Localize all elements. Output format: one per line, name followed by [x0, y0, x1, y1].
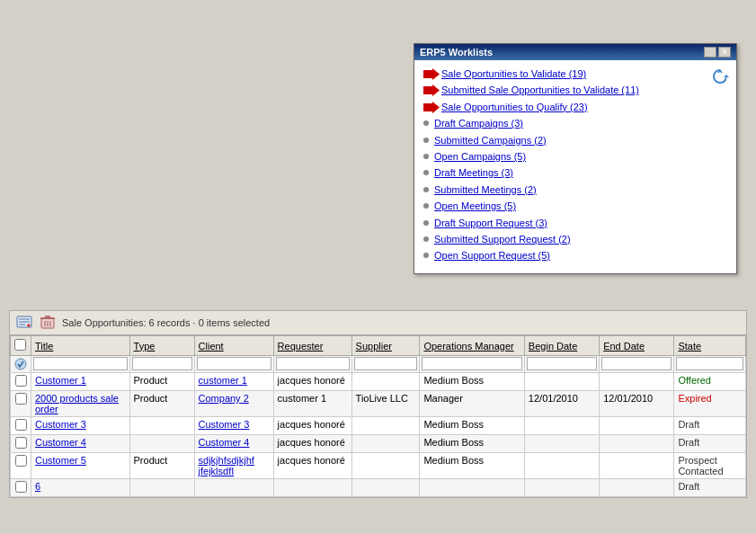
dot-bullet	[423, 203, 429, 209]
col-header-ops[interactable]: Operations Manager	[420, 336, 524, 356]
filter-ops-cell[interactable]	[420, 356, 524, 373]
worklist-link-item-10[interactable]: Draft Support Request (3)	[434, 217, 547, 230]
row-end-cell: 12/01/2010	[600, 391, 674, 417]
row-ops-cell: Manager	[420, 391, 524, 417]
col-header-supplier[interactable]: Supplier	[351, 336, 420, 356]
filter-type-input[interactable]	[132, 357, 192, 370]
row-client-link[interactable]: Customer 3	[199, 419, 250, 430]
row-client-link[interactable]: sdjkjhfsdjkjhf jfejklsdfI	[199, 455, 254, 476]
row-client-cell: Company 2	[194, 391, 273, 417]
row-state-cell: Draft	[674, 479, 746, 497]
worklist-link-item-6[interactable]: Open Campaigns (5)	[434, 150, 526, 164]
row-state-cell: Prospect Contacted	[674, 453, 746, 479]
row-title-link[interactable]: Customer 4	[35, 437, 86, 448]
sale-opportunities-table: Title Type Client Requester Supplier Ope…	[10, 335, 746, 497]
row-type-cell: Product	[129, 391, 194, 417]
filter-requester-input[interactable]	[276, 357, 350, 370]
filter-supplier-input[interactable]	[354, 357, 418, 370]
worklist-item-6: Open Campaigns (5)	[423, 150, 727, 164]
filter-begin-input[interactable]	[527, 357, 597, 370]
row-title-link[interactable]: Customer 5	[35, 455, 86, 466]
svg-marker-1	[423, 68, 440, 80]
row-title-link[interactable]: Customer 1	[35, 375, 86, 386]
worklist-link-item-8[interactable]: Submitted Meetings (2)	[434, 183, 537, 197]
filter-begin-cell[interactable]	[524, 356, 599, 373]
row-client-cell: Customer 3	[194, 417, 273, 435]
row-end-cell	[600, 435, 674, 453]
row-client-link[interactable]: Customer 4	[199, 437, 250, 448]
filter-requester-cell[interactable]	[273, 356, 351, 373]
col-header-client[interactable]: Client	[194, 336, 273, 356]
row-type-cell: Product	[129, 453, 194, 479]
row-supplier-cell	[351, 373, 420, 391]
worklist-item-8: Submitted Meetings (2)	[423, 183, 727, 197]
worklist-link-item-12[interactable]: Open Support Request (5)	[434, 249, 550, 263]
worklist-link-item-2[interactable]: Submitted Sale Opportunities to Validate…	[441, 84, 639, 97]
col-header-title[interactable]: Title	[31, 336, 130, 356]
select-all-checkbox[interactable]	[14, 339, 26, 351]
delete-icon[interactable]	[39, 315, 57, 331]
filter-client-cell[interactable]	[194, 356, 273, 373]
row-type-cell	[129, 479, 194, 497]
filter-type-cell[interactable]	[129, 356, 194, 373]
worklist-link-item-7[interactable]: Draft Meetings (3)	[434, 166, 513, 180]
row-checkbox[interactable]	[15, 393, 27, 405]
col-header-type[interactable]: Type	[129, 336, 194, 356]
col-header-end[interactable]: End Date	[600, 336, 674, 356]
row-title-cell: Customer 1	[31, 373, 130, 391]
row-requester-cell: jacques honoré	[273, 417, 351, 435]
col-header-begin[interactable]: Begin Date	[524, 336, 599, 356]
filter-ops-input[interactable]	[422, 357, 521, 370]
filter-supplier-cell[interactable]	[351, 356, 420, 373]
row-client-link[interactable]: Company 2	[199, 393, 249, 404]
row-ops-cell	[420, 479, 524, 497]
filter-title-input[interactable]	[33, 357, 128, 370]
row-requester-cell: jacques honoré	[273, 453, 351, 479]
row-title-link[interactable]: 6	[35, 481, 40, 492]
row-checkbox[interactable]	[15, 437, 27, 449]
minimize-button[interactable]: _	[704, 47, 716, 58]
row-end-cell	[600, 373, 674, 391]
refresh-icon[interactable]	[711, 67, 729, 85]
row-client-cell: Customer 4	[194, 435, 273, 453]
filter-client-input[interactable]	[197, 357, 271, 370]
row-checkbox-cell	[11, 479, 31, 497]
worklist-link-item-1[interactable]: Sale Oportunities to Validate (19)	[441, 67, 586, 81]
dot-bullet	[423, 220, 429, 226]
close-button[interactable]: X	[718, 47, 731, 58]
worklist-item-10: Draft Support Request (3)	[423, 217, 727, 230]
row-checkbox[interactable]	[15, 419, 27, 431]
filter-state-input[interactable]	[676, 357, 743, 370]
row-checkbox[interactable]	[15, 455, 27, 467]
filter-end-input[interactable]	[601, 357, 672, 370]
row-title-link[interactable]: 2000 products sale order	[35, 393, 119, 414]
worklist-link-item-4[interactable]: Draft Campaigns (3)	[434, 117, 523, 130]
col-header-requester[interactable]: Requester	[273, 336, 351, 356]
table-row: 6Draft	[11, 479, 746, 497]
table-row: 2000 products sale orderProductCompany 2…	[11, 391, 746, 417]
filter-state-cell[interactable]	[674, 356, 746, 373]
svg-point-14	[15, 359, 26, 369]
row-client-link[interactable]: customer 1	[199, 375, 247, 386]
svg-marker-0	[724, 75, 729, 77]
col-header-state[interactable]: State	[674, 336, 746, 356]
row-supplier-cell	[351, 435, 420, 453]
row-title-cell: Customer 5	[31, 453, 130, 479]
worklist-link-item-9[interactable]: Open Meetings (5)	[434, 200, 516, 213]
filter-end-cell[interactable]	[600, 356, 674, 373]
worklist-content: Sale Oportunities to Validate (19)Submit…	[414, 60, 736, 273]
row-checkbox[interactable]	[15, 481, 27, 493]
row-checkbox[interactable]	[15, 375, 27, 387]
row-requester-cell	[273, 479, 351, 497]
worklist-link-item-5[interactable]: Submitted Campaigns (2)	[434, 134, 547, 147]
row-title-link[interactable]: Customer 3	[35, 419, 86, 430]
filter-title-cell[interactable]	[31, 356, 130, 373]
worklist-link-item-11[interactable]: Submitted Support Request (2)	[434, 233, 571, 246]
row-begin-cell	[524, 417, 599, 435]
row-requester-cell: customer 1	[273, 391, 351, 417]
worklist-item-2: Submitted Sale Opportunities to Validate…	[423, 84, 727, 97]
worklist-link-item-3[interactable]: Sale Opportunities to Qualify (23)	[441, 101, 588, 114]
edit-icon[interactable]	[15, 315, 33, 331]
row-supplier-cell	[351, 417, 420, 435]
row-client-cell: customer 1	[194, 373, 273, 391]
